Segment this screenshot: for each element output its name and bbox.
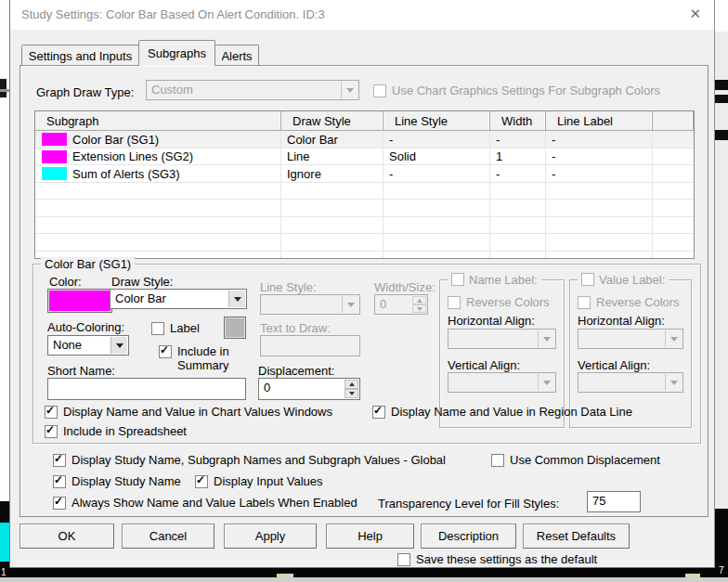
- display-chart-values-checkbox[interactable]: Display Name and Value in Chart Values W…: [45, 405, 332, 419]
- value-vertical-align-label: Vertical Align:: [578, 358, 650, 372]
- include-in-spreadsheet-checkbox[interactable]: Include in Spreadsheet: [45, 424, 187, 438]
- subgraph-cell: Extension Lines (SG2): [35, 149, 281, 165]
- checkbox-box[interactable]: [159, 345, 172, 358]
- checkbox-box[interactable]: [491, 454, 504, 467]
- spinner-buttons: [412, 296, 426, 313]
- chevron-down-icon: [346, 88, 354, 97]
- empty-cell: [653, 165, 694, 182]
- checkbox-box[interactable]: [45, 406, 58, 419]
- background-fragment: [0, 523, 9, 562]
- table-row[interactable]: Extension Lines (SG2) Line Solid 1 -: [35, 149, 694, 166]
- color-picker-button[interactable]: [47, 289, 112, 313]
- background-right-strip: [715, 0, 728, 582]
- subgraph-table[interactable]: Subgraph Draw Style Line Style Width Lin…: [34, 110, 695, 259]
- always-show-labels-checkbox[interactable]: Always Show Name and Value Labels When E…: [53, 496, 358, 510]
- display-region-data-checkbox[interactable]: Display Name and Value in Region Data Li…: [372, 405, 632, 419]
- spin-down-icon[interactable]: [344, 389, 358, 398]
- displacement-spinner[interactable]: 0: [258, 378, 360, 400]
- checkbox-box[interactable]: [397, 553, 410, 566]
- spin-up-icon[interactable]: [344, 380, 358, 389]
- graph-draw-type-label: Graph Draw Type:: [36, 85, 134, 99]
- use-common-displacement-checkbox[interactable]: Use Common Displacement: [491, 453, 660, 467]
- value-vertical-align-combo: [578, 372, 683, 393]
- title-bar[interactable]: Study Settings: Color Bar Based On Alert…: [10, 0, 714, 30]
- checkbox-box[interactable]: [53, 497, 66, 510]
- tab-alerts[interactable]: Alerts: [214, 45, 259, 65]
- empty-cell: [653, 131, 694, 148]
- width-cell: -: [490, 165, 546, 182]
- checkbox-box[interactable]: [53, 454, 66, 467]
- table-row-empty: [35, 183, 694, 200]
- checkbox-label: Include in Spreadsheet: [63, 424, 187, 438]
- checkbox-box[interactable]: [45, 425, 58, 438]
- line-style-cell: -: [384, 165, 490, 182]
- apply-button[interactable]: Apply: [224, 524, 317, 549]
- displacement-label: Displacement:: [258, 364, 334, 378]
- checkbox-box: [373, 84, 386, 97]
- color-swatch[interactable]: [42, 133, 67, 146]
- column-header-line-label[interactable]: Line Label: [546, 111, 653, 130]
- column-header-line-style[interactable]: Line Style: [384, 111, 490, 130]
- table-row[interactable]: Color Bar (SG1) Color Bar - - -: [35, 131, 694, 149]
- name-reverse-colors-checkbox: Reverse Colors: [448, 295, 550, 309]
- value-reverse-colors-checkbox: Reverse Colors: [578, 295, 680, 309]
- line-label-cell: -: [546, 131, 653, 148]
- chevron-down-icon: [234, 297, 241, 305]
- spinner-buttons[interactable]: [344, 380, 358, 398]
- dropdown-button: [342, 296, 358, 313]
- empty-cell: [384, 234, 490, 251]
- display-study-name-checkbox[interactable]: Display Study Name: [53, 474, 181, 488]
- graph-draw-type-combo: Custom: [146, 80, 359, 100]
- display-input-values-checkbox[interactable]: Display Input Values: [195, 474, 323, 488]
- checkbox-label: Display Study Name, Subgraph Names and S…: [72, 453, 446, 467]
- transparency-input[interactable]: 75: [587, 491, 641, 512]
- value-horizontal-align-combo: [578, 329, 683, 349]
- line-style-label: Line Style:: [260, 280, 317, 294]
- line-style-cell: Solid: [384, 149, 490, 165]
- dropdown-button[interactable]: [228, 291, 245, 307]
- display-global-checkbox[interactable]: Display Study Name, Subgraph Names and S…: [53, 453, 446, 467]
- label-color-button[interactable]: [224, 317, 246, 339]
- column-header-width[interactable]: Width: [490, 111, 546, 130]
- checkbox-label: Reverse Colors: [596, 295, 680, 309]
- table-row[interactable]: Sum of Alerts (SG3) Ignore - - -: [35, 165, 694, 183]
- empty-cell: [384, 217, 490, 234]
- save-default-checkbox[interactable]: Save these settings as the default: [397, 552, 597, 566]
- color-swatch[interactable]: [42, 150, 67, 163]
- label-checkbox[interactable]: Label: [151, 321, 200, 335]
- dropdown-button[interactable]: [110, 337, 127, 354]
- checkbox-label: Display Name and Value in Chart Values W…: [63, 405, 332, 419]
- cancel-button[interactable]: Cancel: [122, 524, 214, 549]
- checkbox-box[interactable]: [195, 475, 208, 488]
- graph-draw-type-value: Custom: [151, 83, 193, 97]
- empty-cell: [653, 183, 694, 200]
- name-vertical-align-label: Vertical Align:: [448, 358, 520, 372]
- line-label-cell: -: [546, 149, 653, 165]
- draw-style-combo[interactable]: Color Bar: [110, 289, 247, 309]
- checkbox-box[interactable]: [372, 406, 385, 419]
- short-name-input[interactable]: [47, 378, 246, 400]
- include-in-summary-checkbox[interactable]: Include in Summary: [159, 344, 252, 372]
- table-row-empty: [35, 200, 694, 217]
- chevron-down-icon: [670, 337, 678, 345]
- help-button[interactable]: Help: [326, 524, 414, 549]
- auto-coloring-combo[interactable]: None: [47, 335, 129, 356]
- column-header-draw-style[interactable]: Draw Style: [281, 111, 384, 130]
- background-bottom-strip: [0, 568, 728, 577]
- empty-cell: [384, 252, 490, 260]
- column-header-subgraph[interactable]: Subgraph: [35, 111, 281, 130]
- color-swatch[interactable]: [42, 167, 67, 180]
- empty-cell: [546, 183, 653, 200]
- subgraph-settings-group: Color Bar (SG1) Color: Draw Style: Color…: [32, 264, 701, 444]
- width-size-spinner: 0: [374, 294, 428, 315]
- table-row-empty: [35, 234, 694, 252]
- ok-button[interactable]: OK: [20, 524, 114, 549]
- reset-defaults-button[interactable]: Reset Defaults: [523, 524, 630, 549]
- chevron-down-icon: [543, 381, 551, 389]
- tab-subgraphs[interactable]: Subgraphs: [138, 40, 215, 66]
- description-button[interactable]: Description: [421, 524, 516, 549]
- checkbox-box[interactable]: [151, 322, 164, 335]
- checkbox-box[interactable]: [53, 475, 66, 488]
- close-icon[interactable]: ✕: [689, 6, 701, 22]
- tab-settings-and-inputs[interactable]: Settings and Inputs: [21, 45, 139, 65]
